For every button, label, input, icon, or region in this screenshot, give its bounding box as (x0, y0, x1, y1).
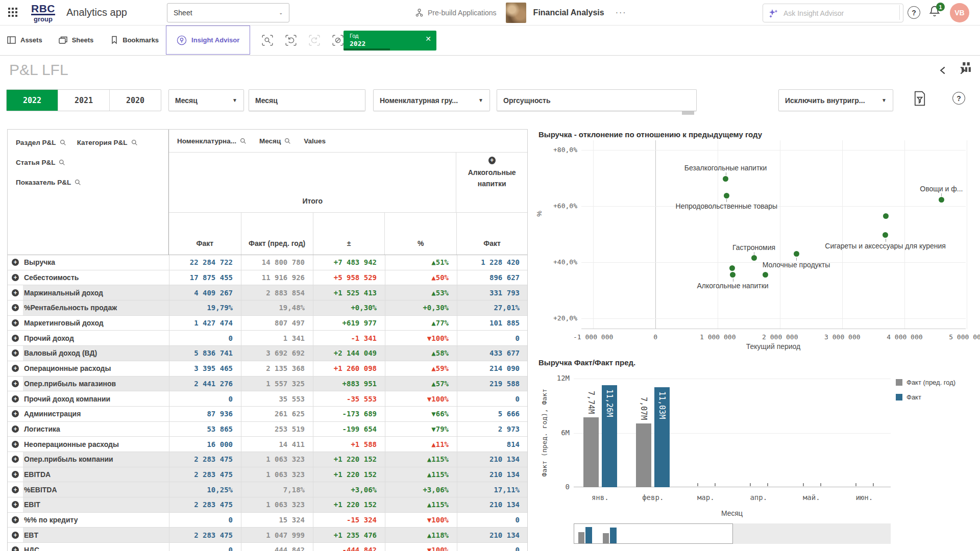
bookmarks-button[interactable]: Bookmarks (111, 36, 159, 44)
expand-row-button[interactable]: + (12, 516, 19, 523)
selection-chip-year[interactable]: Год 2022 ✕ (344, 31, 436, 51)
dim-pokazatel[interactable]: Показатель P&L (16, 179, 71, 186)
search-icon[interactable] (75, 179, 81, 186)
scatter-point[interactable] (724, 193, 729, 198)
search-selections-icon[interactable] (261, 34, 274, 46)
avatar[interactable]: VB (950, 3, 969, 22)
month-dropdown[interactable]: Месяц ▼ (168, 89, 244, 111)
row-label[interactable]: Опер.прибыль компании (23, 452, 169, 467)
scatter-point[interactable] (883, 213, 889, 219)
scatter-point[interactable] (751, 255, 757, 261)
search-icon[interactable] (131, 139, 138, 146)
row-label[interactable]: Логистика (23, 422, 169, 437)
expand-row-button[interactable]: + (12, 410, 19, 417)
scatter-point[interactable] (763, 272, 768, 278)
step-back-selection-icon[interactable] (285, 34, 297, 46)
scatter-point[interactable] (939, 197, 944, 203)
dim-statya[interactable]: Статья P&L (16, 159, 55, 166)
row-label[interactable]: %Рентабельность продаж (23, 300, 169, 315)
dim-mesyac[interactable]: Месяц (259, 137, 281, 145)
dim-kategoria[interactable]: Категория P&L (77, 139, 128, 146)
row-label[interactable]: Прочий доход (23, 331, 169, 345)
scatter-point[interactable] (730, 272, 736, 278)
legend-item[interactable]: Факт (пред. год) (896, 379, 955, 386)
search-icon[interactable] (59, 159, 65, 166)
clear-selections-icon[interactable] (332, 34, 344, 46)
bar-prev-year[interactable] (583, 417, 599, 487)
expand-row-button[interactable]: + (12, 425, 19, 433)
expand-row-button[interactable]: + (12, 365, 19, 372)
app-thumbnail[interactable] (506, 3, 526, 23)
expand-row-button[interactable]: + (12, 486, 19, 493)
row-label[interactable]: НДС (23, 543, 169, 551)
step-forward-selection-icon[interactable] (308, 34, 321, 46)
row-label[interactable]: %% по кредиту (23, 513, 169, 528)
row-label[interactable]: EBIT (23, 497, 169, 512)
row-label[interactable]: Маркетинговый доход (23, 316, 169, 331)
scatter-point[interactable] (794, 251, 799, 257)
prebuild-applications-link[interactable]: Pre-build Applications (415, 8, 497, 17)
row-label[interactable]: Операционные расходы (23, 361, 169, 376)
search-icon[interactable] (284, 138, 291, 144)
prev-sheet-button[interactable] (939, 66, 947, 75)
row-label[interactable]: Опер.прибыль магазинов (23, 377, 169, 391)
year-button-2020[interactable]: 2020 (110, 90, 161, 111)
more-menu-button[interactable]: ··· (616, 8, 627, 17)
row-label[interactable]: EBT (23, 528, 169, 542)
sheet-dropdown[interactable]: Sheet ⌄ (167, 3, 289, 22)
row-label[interactable]: Администрация (23, 407, 169, 421)
search-icon[interactable] (240, 138, 247, 144)
row-label[interactable]: Маржинальный доход (23, 285, 169, 300)
expand-row-button[interactable]: + (12, 289, 19, 296)
bookmark-filter-icon[interactable] (913, 91, 926, 106)
row-label[interactable]: Прочий доход компании (23, 391, 169, 406)
next-sheet-button[interactable] (959, 66, 966, 75)
navigator-selected-range[interactable] (574, 523, 733, 544)
insight-advisor-button[interactable]: Insight Advisor (166, 26, 250, 55)
dim-razdel[interactable]: Раздел P&L (16, 139, 56, 146)
expand-row-button[interactable]: + (12, 335, 19, 342)
expand-row-button[interactable]: + (12, 304, 19, 311)
chip-close-icon[interactable]: ✕ (425, 35, 431, 43)
row-label[interactable]: Неоперационные расходы (23, 437, 169, 452)
expand-row-button[interactable]: + (12, 274, 19, 281)
scatter-point[interactable] (729, 265, 735, 271)
search-icon[interactable] (60, 139, 66, 146)
expand-row-button[interactable]: + (12, 349, 19, 357)
insight-advisor-input[interactable] (782, 9, 876, 18)
nomenclature-dropdown[interactable]: Номенклатурная гру... ▼ (373, 89, 490, 111)
legend-item[interactable]: Факт (896, 393, 955, 401)
org-listbox[interactable]: Оргсущность (497, 89, 697, 111)
exclude-intragroup-dropdown[interactable]: Исключить внутригр... ▼ (778, 89, 893, 111)
expand-row-button[interactable]: + (12, 546, 19, 551)
expand-row-button[interactable]: + (12, 259, 19, 266)
assets-button[interactable]: Assets (7, 36, 42, 44)
dim-nomenklatura[interactable]: Номенклатурна... (177, 137, 236, 145)
dim-values[interactable]: Values (304, 137, 326, 145)
scatter-point[interactable] (723, 176, 728, 182)
help-icon[interactable]: ? (908, 6, 920, 19)
app-launcher-icon[interactable] (8, 8, 18, 17)
chart-range-navigator[interactable] (574, 523, 891, 544)
expand-row-button[interactable]: + (12, 380, 19, 387)
expand-row-button[interactable]: + (12, 319, 19, 327)
row-label[interactable]: %EBITDA (23, 482, 169, 497)
expand-row-button[interactable]: + (12, 441, 19, 448)
bar-prev-year[interactable] (636, 423, 651, 487)
sheet-help-icon[interactable]: ? (952, 92, 965, 105)
year-button-2022[interactable]: 2022 (7, 90, 58, 111)
row-label[interactable]: Выручка (23, 255, 169, 270)
expand-column-button[interactable]: + (488, 157, 496, 164)
scatter-point[interactable] (883, 232, 888, 238)
sheets-button[interactable]: Sheets (59, 36, 94, 44)
row-label[interactable]: Валовый доход (ВД) (23, 346, 169, 361)
notifications-bell-icon[interactable]: 1 (929, 5, 940, 17)
year-button-2021[interactable]: 2021 (58, 90, 110, 111)
row-label[interactable]: EBITDA (23, 467, 169, 482)
row-label[interactable]: Себестоимость (23, 270, 169, 285)
expand-row-button[interactable]: + (12, 456, 19, 463)
expand-row-button[interactable]: + (12, 532, 19, 539)
listbox-scroll-thumb[interactable] (682, 111, 694, 115)
expand-row-button[interactable]: + (12, 501, 19, 508)
month-listbox[interactable]: Месяц (249, 89, 365, 111)
